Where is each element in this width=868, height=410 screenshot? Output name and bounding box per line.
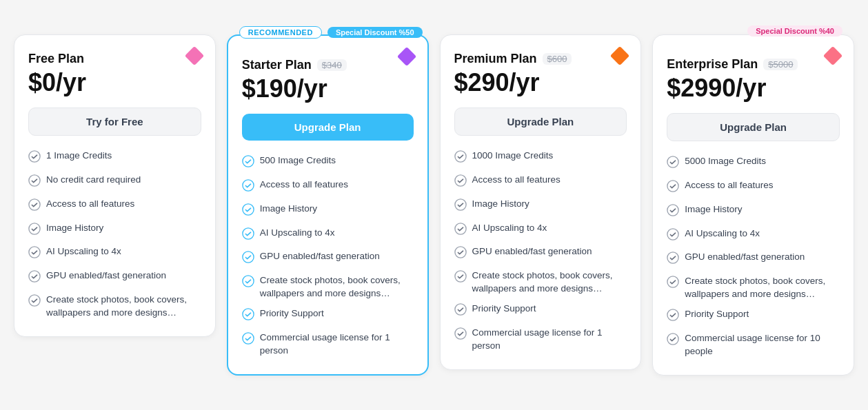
feature-label: 1 Image Credits — [46, 150, 112, 163]
svg-point-2 — [29, 199, 40, 210]
feature-label: Priority Support — [685, 308, 749, 321]
feature-item: Create stock photos, book covers, wallpa… — [454, 269, 627, 296]
check-icon — [242, 227, 254, 244]
svg-point-24 — [667, 181, 678, 192]
svg-point-6 — [29, 295, 40, 306]
check-icon — [454, 270, 467, 287]
plan-name-label: Premium Plan — [454, 52, 537, 66]
badge-row-recommended: RECOMMENDEDSpecial Discount %50 — [239, 26, 423, 39]
features-list: 1 Image Credits No credit card required … — [28, 150, 201, 320]
feature-label: Image History — [472, 198, 529, 211]
feature-label: Image History — [46, 222, 103, 235]
feature-item: AI Upscaling to 4x — [28, 245, 201, 263]
badge-discount-enterprise: Special Discount %40 — [747, 25, 842, 37]
svg-point-1 — [29, 175, 40, 186]
plan-name: Free Plan — [28, 52, 201, 66]
plan-price: $290/yr — [454, 69, 627, 96]
plan-name-label: Starter Plan — [242, 58, 312, 72]
badge-recommended: RECOMMENDED — [239, 26, 322, 39]
feature-item: Image History — [667, 203, 840, 221]
check-icon — [667, 276, 679, 292]
feature-label: Create stock photos, book covers, wallpa… — [46, 294, 201, 320]
feature-label: 500 Image Credits — [260, 154, 336, 167]
check-icon — [242, 179, 254, 196]
feature-item: No credit card required — [28, 174, 201, 191]
check-icon — [454, 150, 467, 167]
feature-item: Create stock photos, book covers, wallpa… — [242, 274, 414, 300]
feature-item: Access to all features — [28, 198, 201, 215]
feature-label: Commercial usage license for 1 person — [472, 327, 627, 353]
svg-point-25 — [667, 205, 678, 216]
plan-card-starter: RECOMMENDEDSpecial Discount %50Starter P… — [227, 34, 429, 376]
feature-label: Access to all features — [685, 179, 773, 192]
feature-item: 1 Image Credits — [28, 150, 201, 167]
svg-point-10 — [243, 227, 254, 238]
feature-item: GPU enabled/fast generation — [242, 250, 414, 267]
check-icon — [454, 198, 467, 215]
feature-label: Commercial usage license for 1 person — [260, 331, 414, 358]
svg-point-18 — [454, 223, 465, 234]
feature-label: Create stock photos, book covers, wallpa… — [685, 275, 840, 301]
feature-label: Priority Support — [260, 307, 324, 320]
check-icon — [667, 204, 679, 221]
feature-item: Access to all features — [454, 174, 627, 191]
feature-item: Commercial usage license for 1 person — [242, 331, 414, 358]
svg-point-23 — [667, 156, 678, 167]
feature-item: Priority Support — [454, 303, 627, 320]
feature-label: GPU enabled/fast generation — [46, 269, 166, 283]
plan-cta-button-enterprise[interactable]: Upgrade Plan — [667, 113, 840, 141]
check-icon — [28, 294, 41, 311]
features-list: 1000 Image Credits Access to all feature… — [454, 150, 627, 353]
check-icon — [667, 156, 679, 172]
plan-cta-button-free[interactable]: Try for Free — [28, 107, 201, 136]
check-icon — [242, 332, 254, 349]
feature-item: AI Upscaling to 4x — [242, 227, 414, 244]
check-icon — [28, 270, 41, 287]
svg-point-14 — [243, 333, 254, 344]
svg-point-17 — [454, 199, 465, 210]
feature-item: Access to all features — [242, 178, 414, 196]
check-icon — [28, 198, 41, 215]
svg-point-12 — [243, 276, 254, 287]
check-icon — [454, 303, 467, 320]
feature-item: Create stock photos, book covers, wallpa… — [667, 275, 840, 301]
feature-label: 1000 Image Credits — [472, 150, 554, 163]
svg-point-22 — [454, 328, 465, 339]
check-icon — [667, 333, 679, 349]
feature-item: Image History — [242, 203, 414, 220]
svg-point-0 — [29, 151, 40, 162]
plan-name: Starter Plan$340 — [242, 58, 414, 72]
plan-card-enterprise: Special Discount %40Enterprise Plan$5000… — [652, 34, 854, 376]
feature-label: Image History — [685, 203, 742, 216]
plan-cta-button-premium[interactable]: Upgrade Plan — [454, 107, 627, 136]
check-icon — [454, 223, 467, 239]
svg-point-13 — [243, 309, 254, 320]
feature-item: Priority Support — [667, 308, 840, 325]
feature-label: No credit card required — [46, 174, 141, 187]
feature-label: Create stock photos, book covers, wallpa… — [472, 269, 627, 296]
svg-point-28 — [667, 276, 678, 287]
check-icon — [667, 228, 679, 245]
feature-item: Priority Support — [242, 307, 414, 325]
svg-point-26 — [667, 228, 678, 239]
plan-name-label: Enterprise Plan — [667, 57, 758, 72]
svg-point-16 — [454, 175, 465, 186]
features-list: 5000 Image Credits Access to all feature… — [667, 155, 840, 358]
svg-point-7 — [243, 156, 254, 167]
check-icon — [28, 174, 41, 191]
feature-label: GPU enabled/fast generation — [685, 251, 805, 264]
plan-name: Premium Plan$600 — [454, 52, 627, 66]
svg-point-3 — [29, 223, 40, 234]
plan-card-premium: Premium Plan$600$290/yrUpgrade Plan 1000… — [440, 34, 642, 370]
svg-point-29 — [667, 309, 678, 320]
plan-cta-button-starter[interactable]: Upgrade Plan — [242, 114, 414, 141]
pricing-grid: Free Plan$0/yrTry for Free 1 Image Credi… — [14, 34, 854, 376]
feature-item: AI Upscaling to 4x — [667, 227, 840, 245]
plan-original-price: $340 — [317, 59, 347, 71]
feature-label: Access to all features — [472, 174, 561, 187]
feature-label: Access to all features — [260, 178, 348, 192]
feature-label: Commercial usage license for 10 people — [685, 332, 840, 358]
svg-point-30 — [667, 334, 678, 345]
check-icon — [242, 155, 254, 172]
check-icon — [242, 308, 254, 325]
